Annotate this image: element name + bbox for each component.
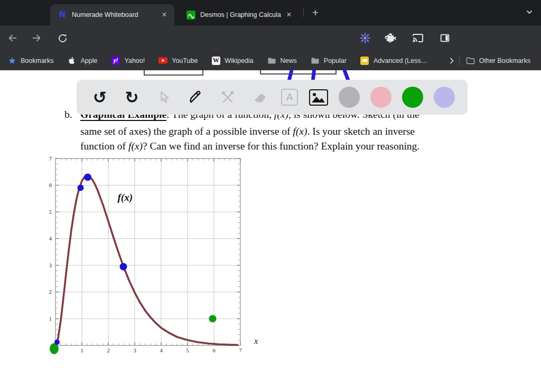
bookmark-label: Apple [81, 57, 98, 64]
svg-text:7: 7 [239, 348, 241, 353]
redo-button[interactable]: ↻ [122, 87, 143, 108]
bookmark-label: Advanced (Less… [374, 57, 427, 64]
bookmark-item-bookmarks[interactable]: Bookmarks [7, 56, 54, 65]
tab-search-chevron-icon[interactable] [524, 8, 535, 17]
pen-tool-button[interactable] [185, 87, 207, 108]
svg-text:7: 7 [49, 156, 52, 162]
undo-button[interactable]: ↺ [89, 87, 110, 108]
back-button[interactable] [5, 31, 20, 45]
extensions-puzzle-icon[interactable] [383, 31, 398, 45]
star-icon [7, 56, 16, 65]
forward-button[interactable] [29, 31, 44, 45]
numerade-favicon-icon: N [58, 10, 67, 20]
bookmark-item-other-bookmarks[interactable]: Other Bookmarks [466, 56, 530, 65]
svg-text:3: 3 [49, 263, 52, 268]
svg-text:6: 6 [212, 348, 215, 353]
partially-hidden-rectangle [260, 70, 337, 74]
bookmark-item-news[interactable]: News [267, 56, 297, 65]
extension-burst-icon[interactable] [358, 31, 372, 45]
pencil-icon [188, 89, 204, 105]
bookmark-label: YouTube [172, 57, 198, 64]
tab-numerade-whiteboard[interactable]: N Numerade Whiteboard × [50, 4, 174, 25]
youtube-icon [158, 56, 167, 65]
undo-icon: ↺ [93, 88, 107, 106]
bookmark-item-wikipedia[interactable]: W Wikipedia [211, 56, 253, 65]
blue-pen-stroke [311, 69, 316, 81]
svg-text:f(x): f(x) [118, 192, 133, 203]
tab-desmos[interactable]: Desmos | Graphing Calculato × [179, 4, 299, 25]
tab-title: Desmos | Graphing Calculato [200, 11, 281, 18]
bookmarks-overflow-chevron-icon[interactable] [447, 57, 456, 65]
bookmark-item-youtube[interactable]: YouTube [158, 56, 198, 65]
bookmarks-bar: Bookmarks Apple y! Yahoo! YouTube W Wiki… [0, 51, 541, 70]
wikipedia-icon: W [211, 56, 220, 65]
tab-close-icon[interactable]: × [160, 11, 169, 19]
folder-icon [466, 56, 475, 65]
svg-text:x: x [254, 337, 258, 346]
svg-text:4: 4 [160, 348, 163, 353]
settings-tool-button[interactable] [217, 87, 238, 108]
text-tool-button[interactable]: A [281, 89, 298, 106]
svg-text:3: 3 [133, 348, 136, 353]
desmos-favicon-icon [186, 10, 195, 20]
svg-text:6: 6 [49, 182, 52, 188]
svg-text:2: 2 [107, 348, 109, 353]
color-palette [339, 87, 455, 108]
bookmark-label: Wikipedia [225, 57, 253, 64]
image-icon [311, 91, 325, 103]
text-tool-icon: A [286, 91, 293, 103]
whiteboard-canvas[interactable]: ↺ ↻ A b.Graphical Example: The graph of … [0, 70, 541, 392]
cursor-icon [156, 90, 171, 105]
eraser-tool-button[interactable] [249, 87, 270, 108]
apple-icon [68, 56, 77, 65]
color-swatch-gray[interactable] [339, 87, 360, 108]
function-graph: 12345671234567f(x)x [45, 155, 267, 361]
svg-text:1: 1 [80, 348, 83, 353]
hammer-wrench-icon [220, 89, 236, 105]
bookmark-item-apple[interactable]: Apple [68, 56, 98, 65]
bookmark-item-advanced[interactable]: Advanced (Less… [360, 56, 427, 65]
tab-title: Numerade Whiteboard [72, 11, 156, 18]
svg-text:5: 5 [49, 209, 52, 215]
bookmark-label: Popular [324, 57, 347, 64]
whiteboard-toolbar: ↺ ↻ A [77, 80, 468, 115]
tab-close-icon[interactable]: × [284, 11, 294, 19]
function-graph-figure: 12345671234567f(x)x [45, 155, 267, 361]
color-swatch-green[interactable] [402, 87, 423, 108]
bookmark-item-popular[interactable]: Popular [311, 56, 347, 65]
problem-line-2: same set of axes) the graph of a possibl… [80, 126, 415, 137]
bookmark-item-yahoo[interactable]: y! Yahoo! [111, 56, 145, 65]
eraser-icon [252, 89, 268, 105]
svg-text:1: 1 [49, 316, 52, 322]
folder-icon [311, 56, 320, 65]
select-tool-button[interactable] [153, 87, 174, 108]
bookmark-label: News [281, 57, 297, 64]
bookmark-label: Yahoo! [125, 57, 145, 64]
new-tab-button[interactable]: + [309, 6, 322, 20]
browser-toolbar: numerade.com/answers/whiteboard/ [0, 25, 541, 51]
cast-icon[interactable] [411, 31, 425, 45]
tab-separator [303, 8, 304, 17]
yahoo-icon: y! [111, 56, 120, 65]
problem-line-3: function of f(x)? Can we find an inverse… [80, 141, 419, 152]
side-panel-icon[interactable] [437, 31, 452, 45]
image-tool-button[interactable] [309, 89, 328, 106]
bookmark-label: Bookmarks [21, 57, 54, 64]
folder-icon [267, 56, 276, 65]
bookmarks-divider [459, 56, 460, 66]
svg-text:5: 5 [186, 348, 189, 353]
color-swatch-pink[interactable] [370, 87, 391, 108]
redo-icon: ↻ [125, 88, 139, 106]
tab-strip: N Numerade Whiteboard × Desmos | Graphin… [0, 0, 541, 25]
bookmark-label: Other Bookmarks [479, 57, 530, 64]
partially-hidden-rectangle [144, 70, 203, 76]
color-swatch-purple[interactable] [434, 87, 455, 108]
yellow-folder-icon [360, 56, 369, 65]
reload-button[interactable] [55, 31, 70, 45]
svg-text:2: 2 [49, 289, 52, 295]
svg-text:4: 4 [49, 236, 52, 241]
